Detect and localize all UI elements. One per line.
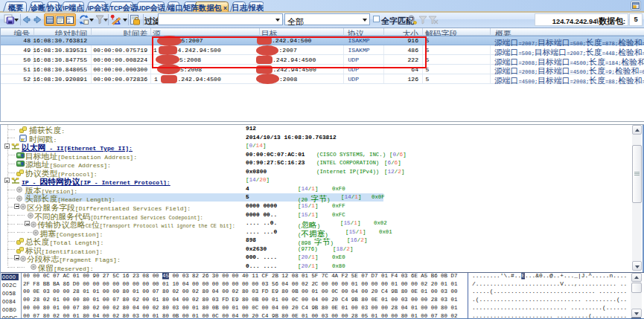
svg-text:10: 10 — [67, 21, 70, 24]
